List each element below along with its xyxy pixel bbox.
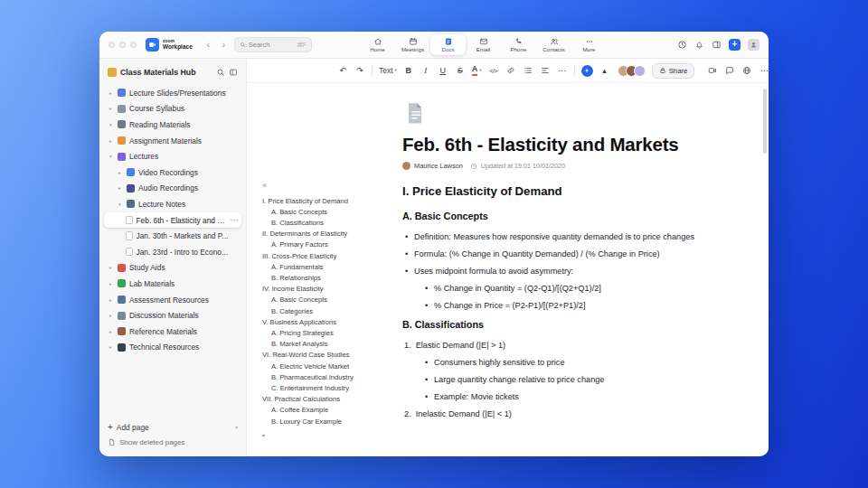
bullet-item[interactable]: Uses midpoint formula to avoid asymmetry… — [402, 267, 746, 277]
sidebar-item-jan-30th[interactable]: Jan. 30th - Markets and P... — [104, 228, 241, 244]
forward-button[interactable]: › — [219, 40, 229, 50]
share-button[interactable]: Share — [652, 63, 695, 79]
document-title[interactable]: Feb. 6th - Elasticity and Markets — [402, 134, 746, 155]
collapse-sidebar-icon[interactable] — [229, 68, 238, 77]
collapse-toolbar-button[interactable]: ▴ — [599, 63, 610, 78]
outline-item[interactable]: B. Luxury Car Example — [262, 417, 389, 427]
strikethrough-button[interactable]: S — [455, 63, 466, 78]
document-content[interactable]: Feb. 6th - Elasticity and Markets Mauric… — [402, 83, 746, 456]
outline-item[interactable]: III. Cross-Price Elasticity — [262, 251, 389, 262]
outline-item[interactable]: V. Business Applications — [262, 317, 389, 328]
sidebar-item-lecture-notes[interactable]: ▾ Lecture Notes — [104, 196, 241, 212]
minimize-button[interactable] — [119, 42, 126, 48]
sub-bullet-item[interactable]: Consumers highly sensitive to price — [422, 358, 746, 369]
outline-item[interactable]: VI. Real-World Case Studies — [262, 350, 389, 361]
sidebar-item-feb-6th[interactable]: Feb. 6th - Elasticity and M... ⋯ — [104, 212, 241, 229]
search-input[interactable]: Search ⌘F — [234, 37, 312, 52]
outline-item[interactable]: B. Pharmaceutical Industry — [262, 372, 389, 383]
sidebar-item-assessment-resources[interactable]: ▸ Assessment Resources — [104, 292, 241, 308]
sidebar-item-lecture-slides[interactable]: ▸ Lecture Slides/Presentations — [104, 85, 241, 101]
sidebar-item-jan-23rd[interactable]: Jan. 23rd - Intro to Econo... — [104, 244, 241, 260]
chevron-right-icon[interactable]: ▸ — [108, 313, 114, 318]
profile-avatar[interactable] — [748, 39, 760, 51]
sidebar-item-audio-recordings[interactable]: ▸ Audio Recordings — [104, 181, 241, 197]
bullet-item[interactable]: Formula: (% Change in Quantity Demanded)… — [402, 249, 746, 260]
tab-meetings[interactable]: Meetings — [395, 34, 430, 55]
sidebar-item-study-aids[interactable]: ▸ Study Aids — [104, 260, 241, 277]
text-color-button[interactable]: A ▾ — [472, 65, 482, 76]
link-button[interactable] — [505, 63, 516, 78]
outline-item[interactable]: A. Basic Concepts — [262, 207, 389, 218]
outline-item[interactable]: A. Electric Vehicle Market — [262, 361, 389, 372]
outline-item[interactable]: B. Market Analysis — [262, 339, 389, 350]
code-button[interactable]: </> — [488, 63, 499, 78]
bulleted-list-button[interactable] — [523, 63, 533, 78]
sub-bullet-item[interactable]: % Change in Quantity = (Q2-Q1)/[(Q2+Q1)/… — [422, 284, 746, 295]
outline-item[interactable]: B. Classifications — [262, 218, 389, 229]
chevron-right-icon[interactable]: ▸ — [108, 281, 114, 286]
ai-companion-button[interactable] — [581, 65, 593, 77]
outline-item[interactable]: IV. Income Elasticity — [262, 284, 389, 295]
bullet-item[interactable]: Definition: Measures how responsive quan… — [402, 232, 746, 243]
outline-more-icon[interactable]: ▾ — [262, 432, 389, 438]
outline-item[interactable]: B. Categories — [262, 306, 389, 317]
back-button[interactable]: ‹ — [203, 40, 213, 50]
tab-phone[interactable]: Phone — [501, 34, 536, 55]
chevron-down-icon[interactable]: ▾ — [108, 154, 114, 159]
italic-button[interactable]: I — [420, 63, 431, 78]
redo-button[interactable]: ↷ — [354, 63, 365, 78]
new-button[interactable]: + — [729, 39, 741, 51]
outline-item[interactable]: A. Primary Factors — [262, 239, 389, 250]
maximize-button[interactable] — [130, 42, 137, 48]
bell-icon[interactable] — [694, 40, 704, 50]
sub-bullet-item[interactable]: Large quantity change relative to price … — [422, 375, 746, 386]
video-button[interactable] — [707, 63, 718, 78]
numbered-item[interactable]: 2. Inelastic Demand (|E| < 1) — [402, 409, 746, 420]
chevron-right-icon[interactable]: ▸ — [108, 138, 114, 144]
sidebar-search-icon[interactable] — [216, 68, 225, 77]
sub-bullet-item[interactable]: % Change in Price = (P2-P1)/[(P2+P1)/2] — [422, 301, 746, 312]
chevron-right-icon[interactable]: ▸ — [108, 297, 114, 303]
chevron-right-icon[interactable]: ▸ — [117, 170, 123, 175]
subsection-heading-a[interactable]: A. Basic Concepts — [402, 211, 746, 222]
tab-home[interactable]: Home — [360, 34, 395, 55]
outline-item[interactable]: C. Entertainment Industry — [262, 383, 389, 394]
underline-button[interactable]: U — [438, 63, 448, 78]
sidebar-item-discussion-materials[interactable]: ▸ Discussion Materials — [104, 307, 241, 324]
comment-button[interactable] — [724, 63, 735, 78]
chevron-down-icon[interactable]: ▾ — [108, 122, 114, 127]
numbered-item[interactable]: 1. Elastic Demand (|E| > 1) — [402, 341, 746, 352]
more-formatting-button[interactable]: ⋯ — [557, 63, 568, 78]
more-options-button[interactable]: ⋯ — [759, 63, 769, 78]
outline-item[interactable]: VII. Practical Calculations — [262, 394, 389, 405]
sub-bullet-item[interactable]: Example: Movie tickets — [422, 392, 746, 403]
outline-item[interactable]: B. Relationships — [262, 273, 389, 284]
chevron-down-icon[interactable]: ▾ — [117, 202, 123, 207]
outline-item[interactable]: A. Coffee Example — [262, 405, 389, 416]
sidebar-item-course-syllabus[interactable]: ▸ Course Syllabus — [104, 101, 241, 117]
sidebar-item-technical-resources[interactable]: ▸ Technical Resources — [104, 340, 241, 356]
sidebar-item-lab-materials[interactable]: ▸ Lab Materials — [104, 276, 241, 292]
outline-item[interactable]: A. Fundamentals — [262, 262, 389, 273]
add-page-button[interactable]: + Add page ▾ — [108, 420, 238, 435]
collaborator-avatar[interactable] — [634, 65, 646, 77]
close-button[interactable] — [108, 42, 115, 48]
scrollbar-thumb[interactable] — [763, 89, 767, 154]
show-deleted-pages-button[interactable]: Show deleted pages — [108, 435, 238, 449]
tab-email[interactable]: Email — [466, 34, 501, 55]
chevron-right-icon[interactable]: ▸ — [108, 90, 114, 96]
collapse-outline-icon[interactable]: « — [262, 181, 389, 190]
row-more-icon[interactable]: ⋯ — [231, 216, 239, 224]
tab-docs[interactable]: Docs — [430, 34, 466, 55]
chevron-right-icon[interactable]: ▸ — [108, 106, 114, 111]
outline-item[interactable]: A. Pricing Strategies — [262, 328, 389, 339]
outline-item[interactable]: A. Basic Concepts — [262, 295, 389, 305]
chevron-right-icon[interactable]: ▸ — [108, 344, 114, 350]
chevron-right-icon[interactable]: ▸ — [117, 185, 123, 191]
align-button[interactable] — [540, 63, 551, 78]
section-heading-1[interactable]: I. Price Elasticity of Demand — [402, 184, 746, 199]
history-icon[interactable] — [677, 40, 687, 50]
chevron-right-icon[interactable]: ▸ — [108, 329, 114, 334]
subsection-heading-b[interactable]: B. Classifications — [402, 319, 746, 331]
chevron-down-icon[interactable]: ▾ — [235, 425, 238, 430]
